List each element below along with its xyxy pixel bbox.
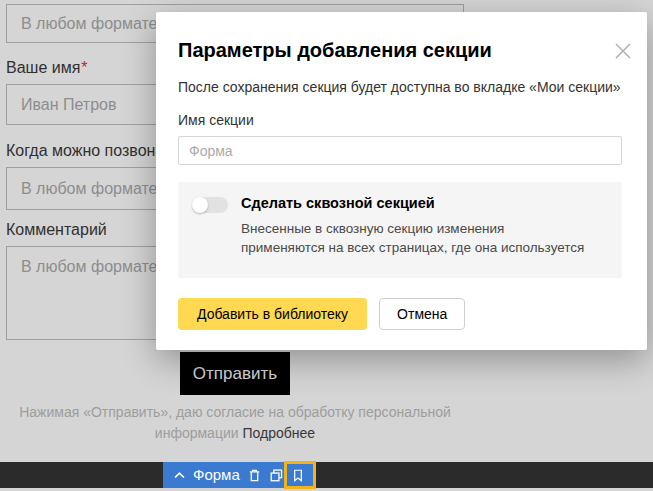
page: Ваше имя* Когда можно позвон Комментарий…: [0, 0, 653, 491]
add-section-dialog: Параметры добавления секции После сохран…: [156, 12, 647, 350]
section-name-label: Имя секции: [178, 112, 622, 128]
cancel-button[interactable]: Отмена: [379, 298, 465, 330]
toggle-label: Сделать сквозной секцией: [241, 195, 584, 212]
section-label[interactable]: Форма: [193, 462, 240, 488]
duplicate-icon[interactable]: [269, 468, 284, 483]
global-section-toggle[interactable]: [192, 197, 228, 213]
global-section-panel: Сделать сквозной секцией Внесенные в скв…: [178, 182, 622, 278]
close-icon[interactable]: [614, 42, 632, 60]
section-toolbar: Форма: [0, 462, 653, 488]
toggle-description: Внесенные в сквозную секцию изменения пр…: [241, 219, 584, 257]
bookmark-highlight: [284, 461, 316, 489]
chevron-up-icon[interactable]: [173, 469, 186, 482]
add-to-library-button[interactable]: Добавить в библиотеку: [178, 298, 367, 330]
trash-icon[interactable]: [247, 468, 262, 483]
section-name-input[interactable]: [178, 136, 622, 165]
toggle-knob: [192, 197, 208, 213]
dialog-subtitle: После сохранения секция будет доступна в…: [178, 79, 622, 96]
dialog-title: Параметры добавления секции: [178, 39, 622, 61]
